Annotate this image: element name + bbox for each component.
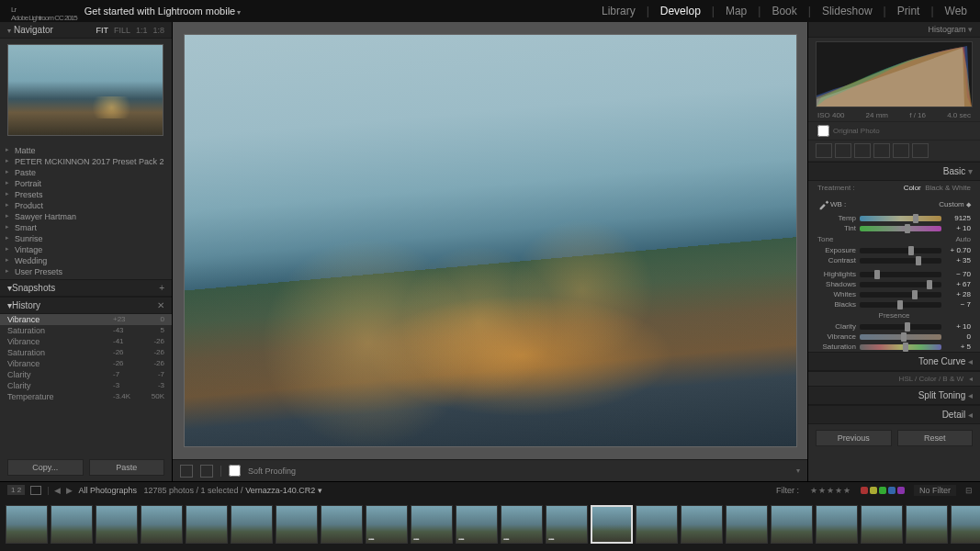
filmstrip-thumb[interactable]: •••••: [501, 505, 543, 544]
filmstrip-thumb[interactable]: [816, 505, 858, 544]
detail-header[interactable]: Detail ◂: [808, 405, 980, 424]
module-book[interactable]: Book: [768, 5, 800, 17]
history-step[interactable]: Vibrance+230: [0, 314, 172, 325]
history-step[interactable]: Vibrance-41-26: [0, 336, 172, 347]
preset-folder[interactable]: Presets: [0, 189, 172, 200]
exposure-slider[interactable]: Exposure+ 0.70: [808, 245, 980, 255]
breadcrumb[interactable]: All Photographs 12785 photos / 1 selecte…: [78, 486, 321, 495]
history-step[interactable]: Saturation-435: [0, 325, 172, 336]
preset-folder[interactable]: PETER MCKINNON 2017 Preset Pack 2: [0, 156, 172, 167]
filmstrip-thumb[interactable]: •••••: [366, 505, 408, 544]
nav-fwd-icon[interactable]: ▶: [66, 486, 73, 495]
treatment-bw[interactable]: Black & White: [925, 184, 971, 192]
radial-filter-icon[interactable]: [893, 143, 909, 158]
original-photo-checkbox[interactable]: [817, 125, 829, 137]
soft-proof-checkbox[interactable]: [229, 465, 241, 477]
monitor-toggle[interactable]: 1 2: [7, 485, 25, 495]
history-step[interactable]: Vibrance-26-26: [0, 358, 172, 369]
filmstrip[interactable]: •••••••••••••••••••••••••: [0, 498, 980, 551]
history-step[interactable]: Saturation-26-26: [0, 347, 172, 358]
highlights-slider[interactable]: Highlights− 70: [808, 269, 980, 279]
clarity-slider[interactable]: Clarity+ 10: [808, 321, 980, 332]
filmstrip-thumb[interactable]: [726, 505, 768, 544]
previous-button[interactable]: Previous: [816, 430, 892, 446]
zoom-1:1[interactable]: 1:1: [136, 26, 148, 35]
preset-folder[interactable]: Paste: [0, 167, 172, 178]
temp-slider[interactable]: Temp9125: [808, 213, 980, 223]
filmstrip-thumb[interactable]: [6, 505, 48, 544]
main-photo[interactable]: [184, 34, 797, 447]
eyedropper-icon[interactable]: [817, 197, 830, 210]
brush-tool-icon[interactable]: [912, 143, 929, 158]
module-slideshow[interactable]: Slideshow: [818, 5, 876, 17]
chevron-down-icon[interactable]: ▾: [796, 467, 800, 475]
grad-filter-icon[interactable]: [873, 143, 890, 158]
tint-slider[interactable]: Tint+ 10: [808, 223, 980, 233]
hsl-tab[interactable]: HSL / Color / B & W: [899, 375, 963, 383]
welcome-link[interactable]: Get started with Lightroom mobile▾: [84, 6, 241, 17]
preset-folder[interactable]: Sunrise: [0, 233, 172, 244]
filter-colors[interactable]: [861, 487, 905, 494]
crop-tool-icon[interactable]: [816, 143, 832, 158]
blacks-slider[interactable]: Blacks− 7: [808, 299, 980, 309]
filmstrip-thumb[interactable]: •••••: [546, 505, 588, 544]
history-step[interactable]: Clarity-7-7: [0, 369, 172, 380]
filmstrip-thumb[interactable]: [51, 505, 93, 544]
split-toning-header[interactable]: Split Toning ◂: [808, 386, 980, 405]
filmstrip-thumb[interactable]: [186, 505, 228, 544]
shadows-slider[interactable]: Shadows+ 67: [808, 279, 980, 289]
tone-curve-header[interactable]: Tone Curve ◂: [808, 352, 980, 371]
filmstrip-thumb[interactable]: [636, 505, 678, 544]
filmstrip-thumb[interactable]: [951, 505, 980, 544]
filmstrip-thumb[interactable]: [96, 505, 138, 544]
filmstrip-thumb[interactable]: [276, 505, 318, 544]
preset-folder[interactable]: Product: [0, 200, 172, 211]
loupe-view-icon[interactable]: [180, 465, 193, 478]
filmstrip-thumb[interactable]: [231, 505, 273, 544]
zoom-1:8[interactable]: 1:8: [152, 26, 164, 35]
preset-folder[interactable]: Matte: [0, 145, 172, 156]
filter-stars[interactable]: ★★★★★: [810, 486, 851, 495]
whites-slider[interactable]: Whites+ 28: [808, 289, 980, 299]
history-step[interactable]: Temperature-3.4K50K: [0, 391, 172, 402]
saturation-slider[interactable]: Saturation+ 5: [808, 342, 980, 352]
filter-lock-icon[interactable]: ⊟: [965, 486, 973, 495]
preset-folder[interactable]: Portrait: [0, 178, 172, 189]
preset-folder[interactable]: Wedding: [0, 255, 172, 266]
filmstrip-thumb[interactable]: [906, 505, 948, 544]
preset-folder[interactable]: User Presets: [0, 266, 172, 277]
preset-folder[interactable]: Sawyer Hartman: [0, 211, 172, 222]
navigator-header[interactable]: ▾Navigator FITFILL1:11:8: [0, 22, 172, 39]
vibrance-slider[interactable]: Vibrance0: [808, 332, 980, 342]
module-web[interactable]: Web: [941, 5, 971, 17]
filmstrip-thumb[interactable]: [861, 505, 903, 544]
paste-button[interactable]: Paste: [89, 459, 165, 476]
filmstrip-thumb[interactable]: [771, 505, 813, 544]
filmstrip-thumb[interactable]: [321, 505, 363, 544]
zoom-fill[interactable]: FILL: [114, 26, 130, 35]
basic-panel-header[interactable]: Basic ▾: [808, 162, 980, 181]
filmstrip-thumb[interactable]: [141, 505, 183, 544]
filmstrip-thumb[interactable]: •••••: [411, 505, 453, 544]
reset-button[interactable]: Reset: [897, 430, 974, 446]
navigator-thumbnail[interactable]: [7, 44, 163, 136]
history-step[interactable]: Clarity-3-3: [0, 380, 172, 391]
histogram[interactable]: [816, 41, 973, 107]
filmstrip-thumb[interactable]: [681, 505, 723, 544]
auto-tone-button[interactable]: Auto: [956, 235, 971, 243]
treatment-color[interactable]: Color: [904, 184, 921, 192]
spot-tool-icon[interactable]: [835, 143, 851, 158]
grid-view-icon[interactable]: [30, 486, 41, 495]
close-icon[interactable]: ✕: [157, 300, 164, 310]
zoom-fit[interactable]: FIT: [96, 26, 108, 35]
module-print[interactable]: Print: [894, 5, 924, 17]
module-map[interactable]: Map: [722, 5, 750, 17]
redeye-tool-icon[interactable]: [854, 143, 871, 158]
history-header[interactable]: ▾History✕: [0, 297, 172, 314]
nav-back-icon[interactable]: ◀: [54, 486, 61, 495]
snapshots-header[interactable]: ▾Snapshots+: [0, 279, 172, 297]
preset-folder[interactable]: Vintage: [0, 244, 172, 255]
wb-dropdown[interactable]: Custom ◆: [939, 200, 971, 208]
add-icon[interactable]: +: [159, 283, 164, 293]
preset-folder[interactable]: Smart: [0, 222, 172, 233]
